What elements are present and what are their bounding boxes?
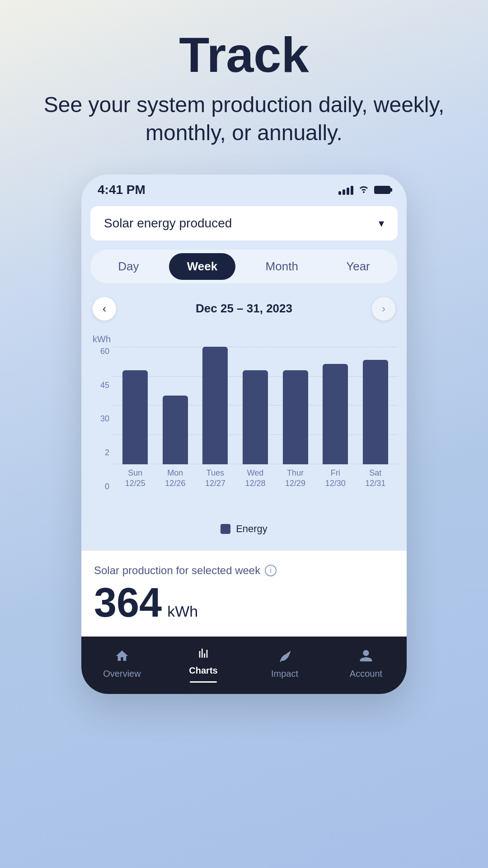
x-label-group: Sat12/31 (355, 464, 395, 491)
next-period-button[interactable]: › (372, 297, 395, 321)
chart-legend: Energy (90, 519, 398, 542)
date-range: Dec 25 – 31, 2023 (196, 302, 292, 316)
y-label-30: 30 (100, 414, 109, 424)
stats-number: 364 (94, 582, 162, 623)
chart-bar[interactable] (163, 396, 188, 464)
bar-group (315, 347, 356, 464)
x-label-day: Tues (206, 468, 224, 478)
x-label-day: Wed (247, 468, 264, 478)
x-label-group: Fri12/30 (315, 464, 356, 491)
x-label-date: 12/30 (325, 478, 346, 489)
y-label-60: 60 (100, 347, 109, 356)
x-label-date: 12/27 (205, 478, 225, 489)
page-title: Track (36, 27, 452, 82)
nav-label-overview: Overview (103, 669, 141, 679)
bar-group (275, 347, 315, 464)
x-label-group: Wed12/28 (235, 464, 276, 491)
y-axis-label: kWh (90, 334, 398, 344)
x-label-day: Sat (369, 468, 381, 478)
x-label-day: Fri (331, 468, 340, 478)
nav-label-charts: Charts (189, 665, 217, 676)
tab-week[interactable]: Week (169, 253, 235, 280)
chart-container: kWh 60 45 30 2 0 (90, 330, 398, 542)
bar-group (195, 347, 235, 464)
y-label-2: 2 (105, 448, 109, 458)
bars-row (113, 347, 398, 464)
chart-bar[interactable] (122, 370, 148, 464)
x-label-group: Sun12/25 (115, 464, 155, 491)
chart-bar[interactable] (202, 347, 228, 464)
bottom-nav: Overview Charts Impact (81, 637, 407, 694)
chart-area: 60 45 30 2 0 (90, 347, 398, 519)
period-tabs: Day Week Month Year (90, 250, 398, 283)
chevron-down-icon: ▾ (379, 217, 384, 230)
x-label-group: Tues12/27 (195, 464, 235, 491)
phone-mockup: 4:41 PM Solar energy produced ▾ Day (81, 175, 407, 694)
wifi-icon (358, 184, 370, 196)
chart-bar[interactable] (363, 360, 388, 464)
y-label-45: 45 (100, 381, 109, 390)
bar-group (235, 347, 276, 464)
active-indicator (190, 681, 217, 683)
date-navigator: ‹ Dec 25 – 31, 2023 › (90, 292, 398, 325)
nav-item-charts[interactable]: Charts (163, 646, 244, 683)
y-axis: 60 45 30 2 0 (90, 347, 113, 491)
x-labels-row: Sun12/25Mon12/26Tues12/27Wed12/28Thur12/… (113, 464, 398, 491)
stats-unit: kWh (167, 603, 198, 620)
x-label-date: 12/25 (125, 478, 145, 489)
home-icon (115, 649, 129, 665)
nav-item-overview[interactable]: Overview (81, 649, 163, 679)
prev-period-button[interactable]: ‹ (93, 297, 116, 321)
status-icons (338, 184, 390, 196)
bar-group (355, 347, 395, 464)
energy-type-dropdown[interactable]: Solar energy produced ▾ (90, 206, 398, 241)
status-time: 4:41 PM (98, 183, 145, 197)
battery-icon (374, 186, 390, 194)
page-subtitle: See your system production daily, weekly… (36, 91, 452, 147)
charts-icon (196, 646, 211, 662)
bar-group (115, 347, 155, 464)
nav-item-impact[interactable]: Impact (244, 649, 325, 679)
x-label-day: Sun (128, 468, 142, 478)
tab-year[interactable]: Year (328, 253, 388, 280)
stats-section: Solar production for selected week i 364… (81, 551, 407, 637)
signal-icon (338, 185, 353, 195)
bar-group (155, 347, 196, 464)
x-label-date: 12/31 (365, 478, 385, 489)
legend-color (221, 524, 230, 534)
account-icon (359, 649, 373, 665)
leaf-icon (277, 649, 292, 665)
x-label-day: Thur (287, 468, 304, 478)
chart-grid: Sun12/25Mon12/26Tues12/27Wed12/28Thur12/… (113, 347, 398, 491)
x-label-group: Mon12/26 (155, 464, 196, 491)
stats-value-row: 364 kWh (94, 582, 394, 623)
app-content: Solar energy produced ▾ Day Week Month Y… (81, 202, 407, 551)
dropdown-label: Solar energy produced (104, 216, 232, 231)
x-label-date: 12/28 (245, 478, 266, 489)
x-label-day: Mon (167, 468, 183, 478)
nav-label-account: Account (350, 669, 382, 679)
header-section: Track See your system production daily, … (0, 0, 488, 165)
tab-day[interactable]: Day (100, 253, 157, 280)
chart-bar[interactable] (323, 364, 348, 464)
x-label-date: 12/29 (285, 478, 305, 489)
y-label-0: 0 (105, 482, 109, 491)
chart-bar[interactable] (283, 370, 308, 464)
x-label-group: Thur12/29 (275, 464, 315, 491)
status-bar: 4:41 PM (81, 175, 407, 202)
x-label-date: 12/26 (165, 478, 185, 489)
info-icon[interactable]: i (265, 565, 277, 576)
chart-bar[interactable] (243, 370, 268, 464)
stats-label: Solar production for selected week i (94, 564, 394, 577)
nav-item-account[interactable]: Account (325, 649, 407, 679)
nav-label-impact: Impact (271, 669, 298, 679)
legend-label: Energy (236, 523, 267, 535)
tab-month[interactable]: Month (248, 253, 316, 280)
